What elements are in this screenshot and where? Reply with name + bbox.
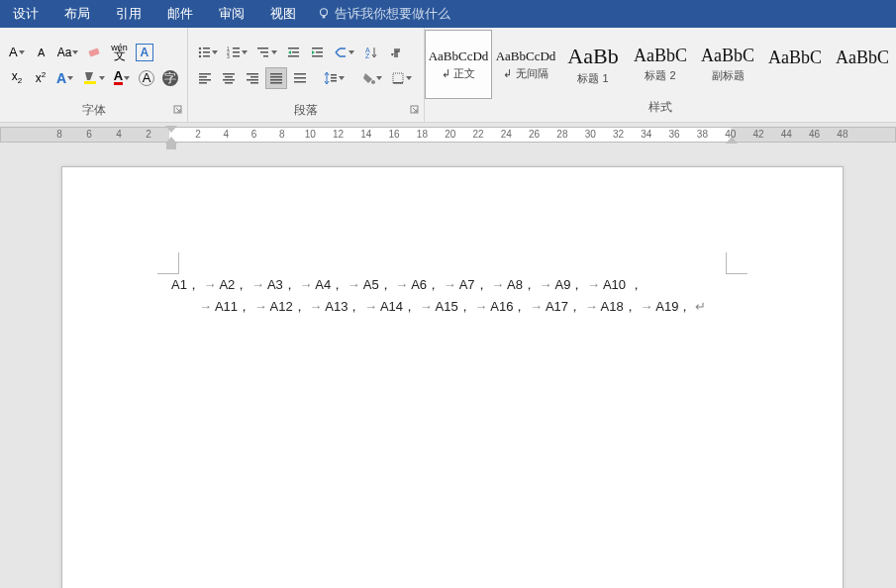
svg-rect-35	[225, 82, 233, 84]
style-item[interactable]: AaBbCcDd↲ 无间隔	[492, 30, 559, 99]
shrink-font-button[interactable]: A	[31, 42, 52, 63]
text-line[interactable]: → A11， → A12， → A13， → A14， → A15， → A16…	[171, 296, 744, 318]
ruler-tick-label: 8	[279, 129, 285, 140]
svg-point-9	[199, 54, 201, 56]
ribbon-tabs-bar: 设计 布局 引用 邮件 审阅 视图 告诉我你想要做什么	[0, 0, 896, 28]
svg-text:Z: Z	[365, 52, 370, 59]
ruler-tick-label: 26	[529, 129, 540, 140]
numbering-button[interactable]: 123	[224, 42, 251, 63]
style-preview: AaBbCcDd	[429, 49, 489, 64]
tab-review[interactable]: 审阅	[206, 0, 257, 28]
font-dialog-launcher[interactable]	[173, 104, 183, 118]
style-preview: AaBbC	[768, 48, 822, 68]
highlight-button[interactable]	[79, 67, 109, 89]
hanging-indent-marker[interactable]	[165, 137, 177, 144]
svg-rect-16	[233, 55, 240, 57]
borders-button[interactable]	[388, 67, 416, 89]
paragraph-dialog-launcher[interactable]	[410, 104, 420, 118]
svg-text:3: 3	[227, 53, 230, 59]
paragraph-group: 123 AZ 段落	[188, 28, 425, 122]
svg-rect-38	[247, 79, 258, 81]
line-spacing-button[interactable]	[321, 67, 348, 89]
style-item[interactable]: AaBbCcDd↲ 正文	[425, 30, 492, 99]
svg-rect-37	[250, 76, 258, 78]
svg-rect-6	[203, 48, 210, 49]
tab-view[interactable]: 视图	[257, 0, 309, 28]
subscript-button[interactable]: x2	[6, 67, 28, 89]
first-line-indent-marker[interactable]	[165, 126, 177, 133]
svg-rect-10	[203, 55, 210, 57]
multilevel-icon	[256, 46, 270, 59]
svg-rect-46	[294, 81, 306, 83]
ruler-tick-label: 8	[56, 129, 62, 140]
ruler-tick-label: 4	[116, 129, 122, 140]
enclose-characters-button[interactable]: 字	[159, 67, 181, 89]
superscript-button[interactable]: x2	[30, 67, 51, 89]
ruler-tick-label: 22	[472, 129, 483, 140]
change-case-button[interactable]: Aa	[54, 42, 83, 63]
tab-arrow-mark: →	[587, 277, 600, 292]
sort-button[interactable]: AZ	[360, 42, 382, 63]
horizontal-ruler[interactable]: 8642246810121416182022242628303234363840…	[0, 123, 896, 147]
align-left-button[interactable]	[194, 67, 216, 89]
styles-gallery[interactable]: AaBbCcDd↲ 正文AaBbCcDd↲ 无间隔AaBb标题 1AaBbC标题…	[425, 28, 896, 99]
shading-button[interactable]	[358, 67, 386, 89]
ruler-tick-label: 12	[333, 129, 344, 140]
align-center-button[interactable]	[218, 67, 240, 89]
clear-formatting-button[interactable]	[84, 42, 106, 63]
phonetic-guide-button[interactable]: wén文	[108, 42, 131, 63]
svg-rect-36	[247, 73, 258, 75]
style-item[interactable]: AaBb标题 1	[559, 30, 627, 99]
multilevel-list-button[interactable]	[253, 42, 281, 63]
style-name: 标题 1	[577, 71, 608, 86]
document-body[interactable]: A1， → A2， → A3， → A4， → A5， → A6， → A7， …	[171, 274, 744, 318]
svg-point-7	[199, 50, 201, 52]
style-item[interactable]: AaBbC标题 2	[627, 30, 694, 99]
line-spacing-icon	[324, 71, 338, 85]
ruler-tick-label: 4	[224, 129, 230, 140]
show-marks-button[interactable]	[384, 42, 406, 63]
bullets-button[interactable]	[194, 42, 222, 63]
svg-rect-32	[223, 73, 235, 75]
right-indent-marker[interactable]	[726, 137, 738, 144]
tab-mailings[interactable]: 邮件	[154, 0, 206, 28]
tab-arrow-mark: →	[585, 299, 598, 314]
page[interactable]: A1， → A2， → A3， → A4， → A5， → A6， → A7， …	[61, 166, 844, 588]
text-run: A4，	[315, 277, 344, 292]
tab-design[interactable]: 设计	[0, 0, 51, 28]
style-preview: AaBbC	[634, 46, 687, 66]
svg-rect-49	[331, 80, 337, 82]
svg-point-50	[371, 80, 375, 84]
increase-indent-button[interactable]	[307, 42, 329, 63]
tab-arrow-mark: →	[530, 299, 543, 314]
asian-layout-button[interactable]	[331, 42, 358, 63]
svg-rect-44	[294, 73, 306, 75]
ruler-tick-label: 48	[837, 129, 847, 140]
text-line[interactable]: A1， → A2， → A3， → A4， → A5， → A6， → A7， …	[171, 274, 744, 296]
style-item[interactable]: AaBbC	[829, 30, 896, 99]
svg-rect-19	[263, 55, 268, 57]
decrease-indent-button[interactable]	[283, 42, 305, 63]
text-run: A14，	[380, 299, 416, 314]
tab-references[interactable]: 引用	[103, 0, 154, 28]
style-item[interactable]: AaBbC副标题	[694, 30, 761, 99]
svg-rect-31	[199, 82, 207, 84]
align-right-button[interactable]	[242, 67, 263, 89]
svg-rect-20	[288, 48, 299, 49]
tab-arrow-mark: →	[364, 299, 377, 314]
font-color-button[interactable]: A	[111, 67, 134, 89]
distributed-button[interactable]	[289, 67, 311, 89]
text-run: A7，	[459, 277, 488, 292]
tab-arrow-mark: →	[254, 299, 267, 314]
tab-layout[interactable]: 布局	[51, 0, 103, 28]
bullets-icon	[197, 46, 211, 59]
style-item[interactable]: AaBbC	[761, 30, 829, 99]
character-shading-button[interactable]: A	[136, 67, 157, 89]
tell-me-search[interactable]: 告诉我你想要做什么	[317, 5, 450, 23]
svg-rect-43	[270, 82, 282, 84]
character-border-button[interactable]: A	[133, 42, 156, 63]
grow-font-button[interactable]: A	[6, 42, 29, 63]
document-area[interactable]: A1， → A2， → A3， → A4， → A5， → A6， → A7， …	[0, 147, 896, 588]
align-justify-button[interactable]	[265, 67, 287, 89]
text-effects-button[interactable]: A	[53, 67, 77, 89]
